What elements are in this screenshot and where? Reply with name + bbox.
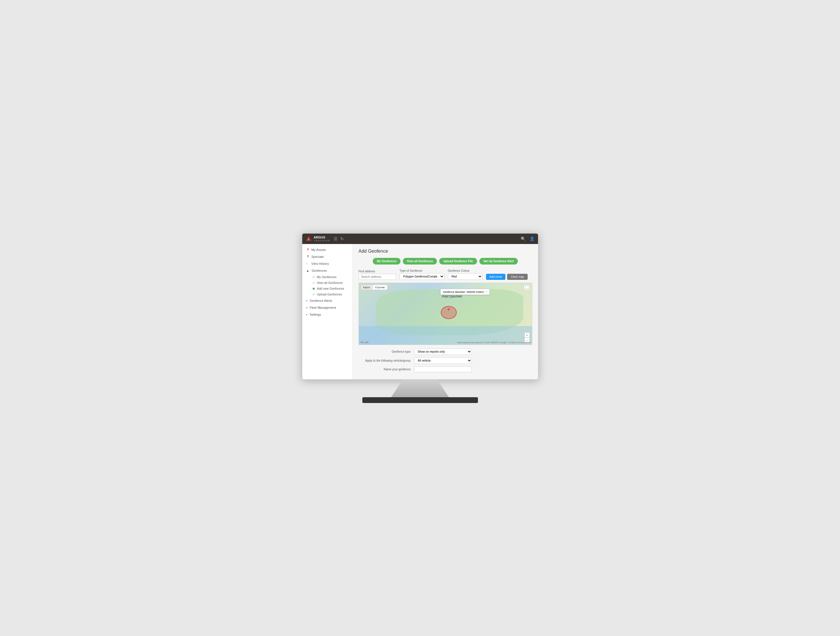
find-address-label: Find address xyxy=(358,270,396,273)
sidebar-item-label: My Geofences xyxy=(317,275,336,279)
map-buttons-group: Add circle Clear map xyxy=(486,274,527,280)
sidebar-item-label: My Assets xyxy=(311,248,326,252)
monitor-stand xyxy=(391,380,449,397)
sidebar-item-label: View all Geofonces xyxy=(317,281,343,285)
spectate-icon: 📍 xyxy=(306,255,309,258)
inactive-dot-icon xyxy=(313,276,315,278)
sidebar-item-label: Upload Geofonces xyxy=(317,293,342,296)
menu-icon[interactable]: ☰ xyxy=(334,236,338,241)
navbar: ARGUS TRACKING ☰ ↻ 🔍 👤 xyxy=(302,234,538,244)
name-geofence-row: Name your geofence xyxy=(358,366,532,372)
clear-map-button[interactable]: Clear map xyxy=(507,274,527,280)
sidebar-item-label: Spectate xyxy=(311,255,324,258)
geofence-type-row: Geofence type Show on reports only xyxy=(358,348,532,355)
my-geofences-button[interactable]: My Geofences xyxy=(373,258,401,264)
geofence-colour-label: Geofence Colour xyxy=(448,269,483,272)
sidebar-item-label: Add new Geofonces xyxy=(317,287,344,290)
geofence-alerts-icon: ▪ xyxy=(306,299,308,302)
main-layout: 📍 My Assets 📍 Spectate ▪ View History ▲ … xyxy=(302,244,538,379)
refresh-icon[interactable]: ↻ xyxy=(340,236,344,241)
map-attribution: Картографические данные © 2018 GBRMPA, G… xyxy=(458,342,531,343)
page-title: Add Geofence xyxy=(358,248,532,254)
sidebar-item-label: Fleet Management xyxy=(309,306,336,309)
settings-form: Geofence type Show on reports only Apply… xyxy=(358,348,532,372)
app-subtitle: TRACKING xyxy=(314,239,330,242)
tooltip-close-icon[interactable]: × xyxy=(485,290,487,293)
sidebar-item-label: Settings xyxy=(309,313,321,316)
map-tooltip: Geofence diameter: 400000 meters × xyxy=(441,289,490,295)
settings-icon: ▪ xyxy=(306,313,308,316)
sidebar-item-add-new-geofences[interactable]: Add new Geofonces xyxy=(310,286,352,291)
sidebar-item-geofences[interactable]: ▲ Geofences xyxy=(302,267,352,274)
sidebar-item-label: Geofence Alerts xyxy=(309,299,332,302)
search-icon[interactable]: 🔍 xyxy=(521,236,526,241)
form-row-top: Find address Type of Geofence Polygon Ge… xyxy=(358,269,532,280)
sidebar-item-view-history[interactable]: ▪ View History xyxy=(302,260,352,267)
sidebar: 📍 My Assets 📍 Spectate ▪ View History ▲ … xyxy=(302,244,353,379)
inactive-dot-icon xyxy=(313,293,315,296)
my-assets-icon: 📍 xyxy=(306,248,309,251)
sidebar-item-label: View History xyxy=(311,262,329,266)
map-background: Карта Спутник Австралия 📍 Geofence diame… xyxy=(359,283,532,345)
view-all-geofences-button[interactable]: View all Geofences xyxy=(403,258,437,264)
logo-icon xyxy=(306,236,312,242)
map-container[interactable]: Карта Спутник Австралия 📍 Geofence diame… xyxy=(358,283,532,345)
history-icon: ▪ xyxy=(306,262,309,265)
map-fullscreen-button[interactable]: ⛶ xyxy=(524,285,530,290)
logo: ARGUS TRACKING xyxy=(306,236,330,242)
name-geofence-input[interactable] xyxy=(414,366,472,372)
setup-geofence-alert-button[interactable]: Set Up Geofence Alert xyxy=(479,258,518,264)
content-area: Add Geofence My Geofences View all Geofe… xyxy=(353,244,538,379)
apply-vehicle-row: Apply to the following vehicle/group All… xyxy=(358,357,532,364)
geofence-type-field-label: Geofence type xyxy=(358,350,411,353)
user-icon[interactable]: 👤 xyxy=(530,236,535,241)
sidebar-item-my-geofences[interactable]: My Geofences xyxy=(310,274,352,280)
sidebar-item-view-all-geofences[interactable]: View all Geofonces xyxy=(310,280,352,286)
sidebar-item-label: Geofences xyxy=(311,269,327,272)
navbar-icons: ☰ ↻ xyxy=(334,236,344,241)
find-address-group: Find address xyxy=(358,270,396,280)
geofence-type-top-label: Type of Geofence xyxy=(399,269,444,272)
apply-vehicle-label: Apply to the following vehicle/group xyxy=(358,359,411,362)
google-logo: Google xyxy=(361,341,369,343)
sidebar-submenu-geofences: My Geofences View all Geofonces Add new … xyxy=(302,274,352,297)
search-address-input[interactable] xyxy=(358,274,396,280)
sidebar-item-my-assets[interactable]: 📍 My Assets xyxy=(302,246,352,253)
geofence-type-field-select[interactable]: Show on reports only xyxy=(414,348,472,355)
app-name: ARGUS xyxy=(314,236,330,239)
active-dot-icon xyxy=(313,288,315,290)
sidebar-item-spectate[interactable]: 📍 Spectate xyxy=(302,253,352,260)
add-circle-button[interactable]: Add circle xyxy=(486,274,506,280)
geofence-type-select[interactable]: Polygon Geofence(Complex) xyxy=(399,273,444,280)
map-tab-satellite[interactable]: Спутник xyxy=(373,285,387,290)
navbar-left: ARGUS TRACKING ☰ ↻ xyxy=(306,236,344,242)
upload-geofence-file-button[interactable]: Upload Geofence File xyxy=(439,258,477,264)
sidebar-item-upload-geofences[interactable]: Upload Geofonces xyxy=(310,291,352,297)
map-tabs: Карта Спутник xyxy=(361,285,387,290)
sidebar-item-settings[interactable]: ▪ Settings xyxy=(302,311,352,318)
name-geofence-label: Name your geofence xyxy=(358,368,411,371)
map-tab-map[interactable]: Карта xyxy=(361,285,373,290)
geofence-colour-group: Geofence Colour Red xyxy=(448,269,483,280)
inactive-dot-icon xyxy=(313,282,315,284)
geofence-type-group: Type of Geofence Polygon Geofence(Comple… xyxy=(399,269,444,280)
sidebar-item-fleet-management[interactable]: ▪ Fleet Management xyxy=(302,304,352,311)
fleet-icon: ▪ xyxy=(306,306,308,309)
geofences-icon: ▲ xyxy=(306,269,309,272)
apply-vehicle-select[interactable]: All vehicle xyxy=(414,357,472,364)
monitor-base xyxy=(362,397,478,403)
tooltip-text: Geofence diameter: 400000 meters xyxy=(443,291,484,293)
navbar-right: 🔍 👤 xyxy=(521,236,535,241)
sidebar-item-geofence-alerts[interactable]: ▪ Geofence Alerts xyxy=(302,297,352,304)
geofence-colour-select[interactable]: Red xyxy=(448,273,483,280)
action-buttons-row: My Geofences View all Geofences Upload G… xyxy=(358,258,532,264)
geofence-pin: 📍 xyxy=(446,308,451,313)
map-zoom-in-button[interactable]: + xyxy=(524,332,530,338)
